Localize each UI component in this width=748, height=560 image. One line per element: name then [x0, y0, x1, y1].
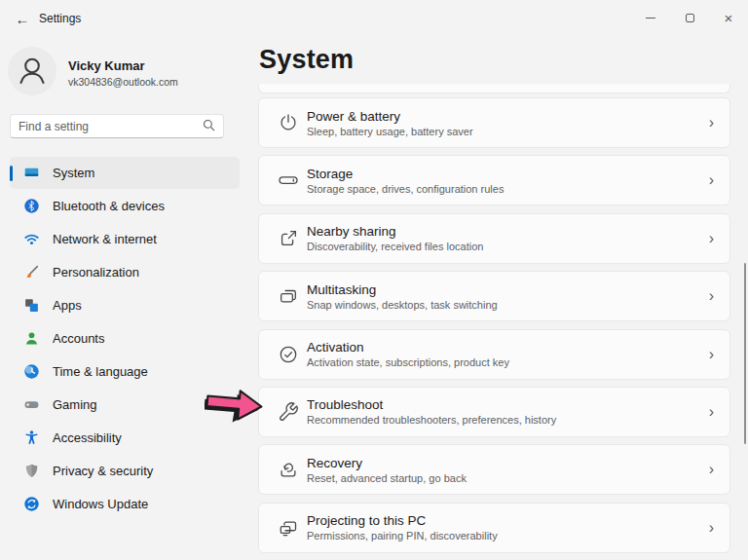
card-title: Storage [307, 167, 504, 181]
card-text: MultitaskingSnap windows, desktops, task… [307, 282, 498, 311]
multitasking-icon [278, 285, 299, 307]
settings-card-activation[interactable]: ActivationActivation state, subscription… [258, 329, 730, 380]
card-text: TroubleshootRecommended troubleshooters,… [307, 397, 556, 426]
sidebar-item-label: Apps [53, 298, 82, 313]
windows-update-icon [23, 496, 40, 512]
chevron-right-icon: › [709, 288, 714, 304]
back-icon[interactable]: ← [11, 7, 34, 30]
card-subtitle: Activation state, subscriptions, product… [307, 356, 509, 368]
titlebar: ← Settings × [0, 0, 748, 35]
card-subtitle: Sleep, battery usage, battery saver [307, 126, 473, 137]
sidebar-item-windows-update[interactable]: Windows Update [10, 488, 240, 520]
activation-icon [278, 344, 299, 365]
nearby-sharing-icon [278, 228, 299, 249]
sidebar-item-label: Personalization [53, 265, 139, 280]
settings-card-troubleshoot[interactable]: TroubleshootRecommended troubleshooters,… [258, 387, 730, 437]
search-box[interactable] [10, 114, 224, 138]
sidebar: Vicky Kumar vk304836@outlook.com SystemB… [0, 35, 249, 560]
privacy-icon [23, 463, 40, 479]
chevron-right-icon: › [709, 347, 714, 362]
scrolled-card-remnant[interactable] [258, 84, 730, 93]
settings-card-storage[interactable]: StorageStorage space, drives, configurat… [258, 155, 730, 205]
sidebar-item-label: Gaming [53, 397, 97, 412]
card-subtitle: Recommended troubleshooters, preferences… [307, 414, 556, 426]
settings-card-recovery[interactable]: RecoveryReset, advanced startup, go back… [258, 444, 730, 495]
card-text: Power & batterySleep, battery usage, bat… [307, 109, 473, 137]
sidebar-item-label: Accounts [53, 331, 104, 346]
sidebar-item-network-internet[interactable]: Network & internet [10, 223, 240, 255]
accounts-icon [23, 330, 40, 347]
card-subtitle: Reset, advanced startup, go back [307, 472, 467, 484]
system-icon [23, 165, 40, 181]
avatar [8, 47, 56, 99]
minimize-icon[interactable] [631, 0, 670, 35]
card-title: Nearby sharing [307, 224, 483, 239]
sidebar-item-accounts[interactable]: Accounts [10, 322, 240, 355]
card-title: Recovery [307, 456, 467, 470]
power-icon [278, 112, 299, 133]
settings-card-multitasking[interactable]: MultitaskingSnap windows, desktops, task… [258, 271, 730, 321]
chevron-right-icon: › [709, 520, 714, 536]
search-input[interactable] [19, 120, 203, 133]
settings-window: ← Settings × Vicky Kumar vk304836@outloo… [0, 0, 748, 560]
accessibility-icon [23, 429, 40, 446]
scrollbar-thumb[interactable] [744, 263, 747, 444]
storage-icon [278, 169, 299, 191]
sidebar-item-system[interactable]: System [10, 157, 240, 189]
troubleshoot-icon [278, 401, 299, 423]
chevron-right-icon: › [709, 462, 714, 477]
sidebar-item-privacy-security[interactable]: Privacy & security [10, 455, 240, 487]
card-title: Projecting to this PC [307, 513, 498, 528]
card-title: Power & battery [307, 109, 473, 124]
chevron-right-icon: › [709, 404, 714, 420]
chevron-right-icon: › [709, 231, 714, 246]
sidebar-nav: SystemBluetooth & devicesNetwork & inter… [0, 157, 249, 521]
settings-card-nearby-sharing[interactable]: Nearby sharingDiscoverability, received … [258, 213, 730, 264]
card-subtitle: Discoverability, received files location [307, 241, 483, 252]
page-title: System [259, 45, 748, 75]
user-name: Vicky Kumar [68, 58, 178, 73]
card-subtitle: Permissions, pairing PIN, discoverabilit… [307, 530, 498, 541]
user-profile[interactable]: Vicky Kumar vk304836@outlook.com [8, 47, 178, 99]
sidebar-item-label: System [53, 166, 94, 180]
window-controls: × [631, 0, 748, 35]
close-icon[interactable]: × [709, 0, 748, 35]
card-title: Multitasking [307, 282, 498, 297]
card-title: Troubleshoot [307, 397, 556, 412]
sidebar-item-label: Network & internet [53, 232, 157, 246]
selected-accent-pill [10, 166, 13, 181]
card-text: ActivationActivation state, subscription… [307, 340, 509, 368]
sidebar-item-time-language[interactable]: Time & language [10, 355, 240, 388]
card-text: StorageStorage space, drives, configurat… [307, 167, 504, 195]
network-icon [23, 231, 40, 247]
main-content: System Power & batterySleep, battery usa… [258, 35, 748, 560]
sidebar-item-label: Accessibility [53, 430, 122, 445]
projecting-icon [278, 517, 299, 539]
sidebar-item-accessibility[interactable]: Accessibility [10, 422, 240, 454]
card-subtitle: Storage space, drives, configuration rul… [307, 183, 504, 195]
bluetooth-icon [23, 198, 40, 214]
window-title: Settings [39, 12, 81, 25]
settings-card-projecting-to-this-pc[interactable]: Projecting to this PCPermissions, pairin… [258, 503, 730, 553]
sidebar-item-apps[interactable]: Apps [10, 289, 240, 321]
card-text: RecoveryReset, advanced startup, go back [307, 456, 467, 484]
search-icon [203, 118, 215, 135]
sidebar-item-label: Privacy & security [53, 464, 153, 478]
card-text: Projecting to this PCPermissions, pairin… [307, 513, 498, 541]
personalization-icon [23, 264, 40, 280]
maximize-icon[interactable] [670, 0, 709, 35]
chevron-right-icon: › [709, 115, 714, 131]
settings-card-power-battery[interactable]: Power & batterySleep, battery usage, bat… [258, 97, 730, 148]
time-language-icon [23, 363, 40, 380]
apps-icon [23, 297, 40, 314]
chevron-right-icon: › [709, 172, 714, 188]
settings-card-list: Power & batterySleep, battery usage, bat… [258, 97, 730, 553]
user-email: vk304836@outlook.com [68, 76, 178, 88]
sidebar-item-label: Bluetooth & devices [53, 199, 165, 213]
card-subtitle: Snap windows, desktops, task switching [307, 299, 498, 311]
card-title: Activation [307, 340, 509, 355]
sidebar-item-bluetooth-devices[interactable]: Bluetooth & devices [10, 190, 240, 222]
annotation-arrow-icon [205, 386, 265, 425]
sidebar-item-personalization[interactable]: Personalization [10, 256, 240, 288]
sidebar-item-label: Time & language [53, 364, 148, 379]
